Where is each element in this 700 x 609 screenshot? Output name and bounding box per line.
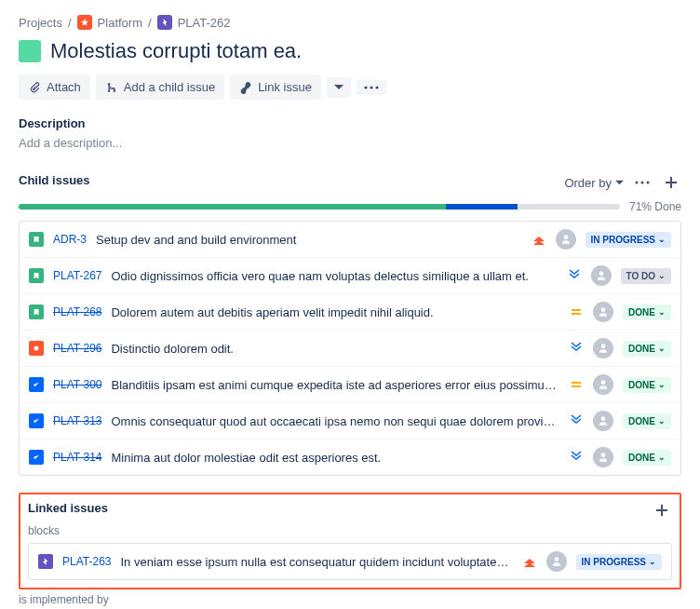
person-icon [597, 305, 610, 318]
status-badge[interactable]: DONE ⌄ [623, 377, 671, 393]
person-icon [597, 451, 610, 464]
status-badge[interactable]: IN PROGRESS ⌄ [586, 232, 671, 248]
status-badge[interactable]: TO DO ⌄ [621, 268, 671, 284]
status-badge[interactable]: DONE ⌄ [623, 304, 671, 320]
progress-inprogress-segment [446, 204, 518, 210]
issue-row[interactable]: PLAT-296 Distinctio dolorem odit. DONE ⌄ [20, 331, 680, 367]
status-badge[interactable]: IN PROGRESS ⌄ [576, 554, 662, 570]
assignee-avatar[interactable] [593, 338, 613, 359]
priority-icon [522, 554, 537, 569]
action-bar: Attach Add a child issue Link issue [19, 74, 681, 100]
progress-bar: 71% Done [19, 200, 681, 213]
issue-type-icon [29, 268, 44, 283]
link-label: Link issue [258, 80, 312, 94]
assignee-avatar[interactable] [591, 265, 612, 286]
more-actions-button[interactable] [357, 80, 386, 95]
link-dropdown-button[interactable] [327, 77, 351, 98]
priority-icon [569, 450, 584, 465]
issue-type-icon [38, 554, 53, 569]
order-by-label: Order by [564, 176, 612, 190]
issue-row[interactable]: PLAT-267 Odio dignissimos officia vero q… [20, 258, 680, 294]
status-badge[interactable]: DONE ⌄ [623, 413, 671, 429]
issue-key-link[interactable]: PLAT-313 [53, 414, 101, 427]
add-child-button[interactable]: Add a child issue [96, 74, 224, 100]
person-icon [597, 378, 610, 391]
chevron-down-icon [334, 83, 343, 92]
attach-button[interactable]: Attach [19, 74, 90, 100]
breadcrumb: Projects / Platform / PLAT-262 [19, 15, 681, 30]
attach-label: Attach [47, 80, 81, 94]
chevron-down-icon [615, 179, 624, 187]
issue-row[interactable]: PLAT-313 Omnis consequatur quod aut occa… [20, 403, 680, 440]
issue-summary: Blanditiis ipsam est animi cumque expedi… [111, 378, 559, 392]
add-child-plus-button[interactable] [661, 172, 681, 193]
issue-key-link[interactable]: PLAT-268 [53, 305, 101, 318]
assignee-avatar[interactable] [556, 229, 576, 250]
issue-type-icon [29, 341, 44, 356]
linked-issues-label: Linked issues [28, 501, 108, 515]
link-group-label: is implemented by [19, 593, 681, 606]
assignee-avatar[interactable] [593, 302, 613, 322]
issue-key-link[interactable]: PLAT-300 [53, 378, 101, 391]
issue-row[interactable]: PLAT-268 Dolorem autem aut debitis aperi… [20, 294, 680, 331]
link-issue-button[interactable]: Link issue [230, 74, 321, 100]
priority-icon [567, 268, 582, 283]
assignee-avatar[interactable] [593, 411, 613, 431]
status-badge[interactable]: DONE ⌄ [623, 450, 671, 466]
svg-point-4 [641, 182, 644, 184]
priority-icon [569, 341, 584, 356]
person-icon [550, 555, 563, 568]
issue-summary: Minima aut dolor molestiae odit est aspe… [111, 451, 559, 465]
person-icon [597, 414, 610, 427]
issue-summary: Distinctio dolorem odit. [111, 342, 559, 356]
breadcrumb-sep: / [148, 16, 152, 30]
assignee-avatar[interactable] [593, 374, 613, 395]
issue-key-link[interactable]: ADR-3 [53, 233, 87, 246]
add-link-button[interactable] [652, 500, 672, 521]
svg-point-1 [370, 86, 372, 88]
title-row: Molestias corrupti totam ea. [19, 39, 681, 63]
linked-issues-list: PLAT-263 In veniam esse ipsum nulla est … [28, 543, 672, 580]
issue-summary: Odio dignissimos officia vero quae nam v… [111, 269, 557, 283]
person-icon [559, 233, 572, 246]
issue-summary: In veniam esse ipsum nulla est consequat… [120, 555, 512, 569]
more-icon [635, 181, 650, 184]
person-icon [597, 342, 610, 355]
issue-key-link[interactable]: PLAT-296 [53, 342, 101, 355]
issue-title[interactable]: Molestias corrupti totam ea. [50, 39, 302, 63]
issue-key-link[interactable]: PLAT-314 [53, 451, 101, 464]
tree-icon [105, 81, 118, 94]
issue-type-icon [29, 377, 44, 392]
description-label: Description [19, 116, 681, 130]
description-field[interactable]: Add a description... [19, 136, 681, 150]
svg-point-6 [34, 346, 39, 351]
issue-type-icon [29, 232, 44, 247]
issue-row[interactable]: ADR-3 Setup dev and and build environmen… [20, 222, 680, 258]
epic-color-square[interactable] [19, 40, 41, 62]
assignee-avatar[interactable] [546, 551, 567, 572]
child-more-button[interactable] [631, 177, 653, 188]
issue-key-link[interactable]: PLAT-267 [53, 269, 101, 282]
svg-point-2 [375, 86, 378, 88]
issue-summary: Dolorem autem aut debitis aperiam velit … [111, 305, 559, 319]
assignee-avatar[interactable] [593, 447, 613, 467]
issue-summary: Setup dev and and build environment [96, 233, 522, 247]
breadcrumb-project[interactable]: Platform [98, 16, 142, 30]
attach-icon [28, 81, 41, 94]
progress-text: 71% Done [629, 200, 681, 213]
issue-row[interactable]: PLAT-263 In veniam esse ipsum nulla est … [29, 544, 671, 579]
breadcrumb-issue[interactable]: PLAT-262 [178, 16, 231, 30]
order-by-dropdown[interactable]: Order by [564, 176, 624, 190]
breadcrumb-projects[interactable]: Projects [19, 16, 62, 30]
priority-icon [532, 232, 546, 247]
issue-row[interactable]: PLAT-300 Blanditiis ipsam est animi cumq… [20, 367, 680, 403]
priority-icon [569, 304, 584, 319]
issue-row[interactable]: PLAT-314 Minima aut dolor molestiae odit… [20, 440, 680, 475]
child-issues-list: ADR-3 Setup dev and and build environmen… [19, 221, 681, 476]
plus-icon [665, 176, 678, 189]
person-icon [595, 269, 608, 282]
issue-key-link[interactable]: PLAT-263 [62, 555, 111, 568]
progress-done-segment [19, 204, 446, 210]
status-badge[interactable]: DONE ⌄ [623, 341, 671, 357]
epic-icon [157, 15, 172, 30]
